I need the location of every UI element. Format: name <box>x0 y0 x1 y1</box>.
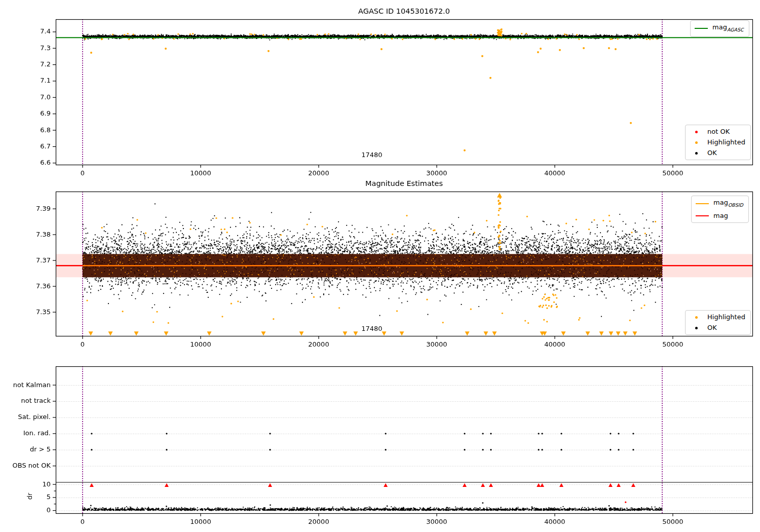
x-tick-label: 10000 <box>178 518 223 525</box>
y-tick-label: 6.9 <box>0 109 51 117</box>
figure: AGASC ID 1045301672.0 Magnitude Estimate… <box>0 0 760 532</box>
charts-canvas <box>0 0 760 532</box>
x-tick-label: 0 <box>60 518 105 525</box>
legend-item-not-ok: not OK <box>689 128 745 136</box>
legend-label: OK <box>707 149 717 157</box>
legend-item-mag: mag <box>695 212 743 220</box>
y-tick-label: dr > 5 <box>0 445 51 453</box>
green-line-swatch <box>694 28 708 29</box>
y-tick-label: 7.35 <box>0 308 51 316</box>
legend-label: magAGASC <box>712 23 744 34</box>
x-tick-label: 10000 <box>178 340 223 348</box>
y-tick-label: 6.8 <box>0 126 51 134</box>
x-tick-label: 20000 <box>296 340 341 348</box>
y-tick-label: 5 <box>0 493 51 501</box>
y-tick-label: OBS not OK <box>0 462 51 469</box>
x-tick-label: 10000 <box>178 169 223 177</box>
orange-line-swatch <box>695 203 709 204</box>
y-tick-label: 7.36 <box>0 282 51 290</box>
legend-item-mag-agasc: magAGASC <box>694 23 744 34</box>
black-dot-swatch <box>689 327 703 329</box>
y-tick-label: 6.7 <box>0 142 51 150</box>
y-tick-label: 7.39 <box>0 205 51 212</box>
legend-item-ok: OK <box>689 324 745 332</box>
x-tick-label: 30000 <box>414 340 460 348</box>
orange-dot-swatch <box>689 316 703 319</box>
y-tick-label: 7.3 <box>0 44 51 52</box>
x-tick-label: 50000 <box>650 340 696 348</box>
x-tick-label: 40000 <box>532 340 578 348</box>
x-tick-label: 20000 <box>296 169 341 177</box>
legend-item-mag-obsid: magOBSID <box>695 199 743 209</box>
y-tick-label: Ion. rad. <box>0 429 51 437</box>
y-tick-label: 7.4 <box>0 27 51 35</box>
y-tick-label: 10 <box>0 480 51 488</box>
y-tick-label: 7.0 <box>0 93 51 101</box>
x-tick-label: 40000 <box>532 169 578 177</box>
legend-flags-top: not OK Highlighted OK <box>685 125 751 160</box>
x-tick-label: 20000 <box>296 518 341 525</box>
legend-mag-lines: magOBSID mag <box>691 196 749 223</box>
legend-label: magOBSID <box>713 199 743 209</box>
x-tick-label: 30000 <box>414 518 460 525</box>
y-tick-label: 7.37 <box>0 256 51 264</box>
orange-dot-swatch <box>689 141 703 144</box>
legend-mag-agasc: magAGASC <box>690 20 749 37</box>
y-tick-label: Sat. pixel. <box>0 413 51 421</box>
y-tick-label: not Kalman <box>0 381 51 389</box>
legend-label: OK <box>707 324 717 332</box>
legend-item-highlighted: Highlighted <box>689 313 745 321</box>
y-tick-label: 7.1 <box>0 77 51 84</box>
obsid-annotation: 17480 <box>341 151 402 159</box>
x-tick-label: 40000 <box>532 518 578 525</box>
obsid-annotation: 17480 <box>341 325 402 332</box>
x-tick-label: 30000 <box>414 169 460 177</box>
red-dot-swatch <box>689 131 703 133</box>
top-plot-title: AGASC ID 1045301672.0 <box>56 7 752 15</box>
legend-item-ok: OK <box>689 149 745 157</box>
y-tick-label: 7.38 <box>0 231 51 238</box>
legend-label: mag <box>713 212 728 220</box>
red-line-swatch <box>695 215 709 216</box>
x-tick-label: 0 <box>60 340 105 348</box>
legend-label: not OK <box>707 128 730 136</box>
y-tick-label: 7.2 <box>0 60 51 68</box>
black-dot-swatch <box>689 152 703 155</box>
y-tick-label: not track <box>0 397 51 404</box>
legend-label: Highlighted <box>707 313 745 321</box>
middle-plot-title: Magnitude Estimates <box>56 179 752 187</box>
x-tick-label: 50000 <box>650 169 696 177</box>
legend-label: Highlighted <box>707 138 745 146</box>
x-tick-label: 0 <box>60 169 105 177</box>
legend-item-highlighted: Highlighted <box>689 138 745 146</box>
x-tick-label: 50000 <box>650 518 696 525</box>
y-tick-label: 6.6 <box>0 159 51 166</box>
legend-flags-middle: Highlighted OK <box>685 310 751 335</box>
y-tick-label: 0 <box>0 506 51 514</box>
